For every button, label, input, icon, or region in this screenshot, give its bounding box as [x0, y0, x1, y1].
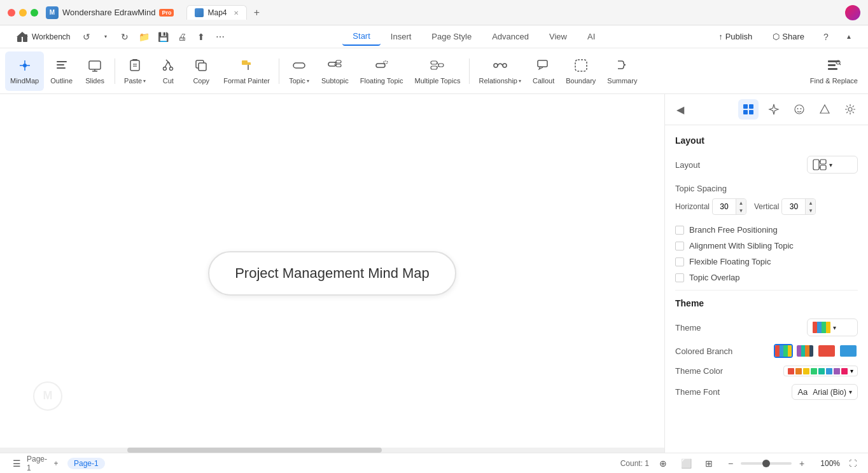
undo-button[interactable]: ↺: [78, 28, 95, 46]
publish-button[interactable]: ↑ Publish: [711, 29, 760, 44]
panel-tab-layout[interactable]: [738, 99, 759, 120]
zoom-controls: − +: [723, 456, 809, 471]
view-mode-button-1[interactable]: ⬜: [677, 455, 695, 472]
subtopic-tool[interactable]: Subtopic: [316, 51, 354, 91]
zoom-in-button[interactable]: +: [794, 456, 809, 471]
menu-right: ↑ Publish ⬡ Share ? ▲: [711, 28, 858, 46]
callout-tool[interactable]: Callout: [528, 51, 559, 91]
svg-rect-59: [813, 160, 819, 170]
horizontal-value: 30: [713, 200, 736, 213]
topic-tool[interactable]: Topic ▾: [283, 51, 315, 91]
theme-color-dropdown[interactable]: ▾: [783, 366, 858, 376]
page-tab[interactable]: Page-1: [67, 458, 105, 469]
vertical-input[interactable]: 30 ▲ ▼: [781, 198, 816, 215]
open-file-button[interactable]: 📁: [135, 28, 153, 46]
menu-tab-advanced[interactable]: Advanced: [482, 28, 539, 45]
flexible-floating-row: Flexible Floating Topic: [675, 257, 858, 266]
undo-dropdown[interactable]: ▾: [97, 28, 115, 46]
tab-close-icon[interactable]: ✕: [234, 10, 239, 17]
slides-tool[interactable]: Slides: [79, 51, 111, 91]
vertical-label: Vertical: [754, 202, 779, 211]
mindmap-tool[interactable]: MindMap: [5, 51, 44, 91]
boundary-tool[interactable]: Boundary: [561, 51, 601, 91]
topic-overlap-row: Topic Overlap: [675, 273, 858, 282]
zoom-out-button[interactable]: −: [723, 456, 738, 471]
horizontal-input[interactable]: 30 ▲ ▼: [712, 198, 746, 215]
multiple-topics-tool[interactable]: Multiple Topics: [409, 51, 465, 91]
more-button[interactable]: ⋯: [211, 28, 229, 46]
main-node[interactable]: Project Management Mind Map: [208, 251, 456, 296]
minimize-button[interactable]: [19, 9, 27, 17]
svg-point-39: [494, 64, 498, 67]
new-tab-button[interactable]: +: [249, 5, 265, 20]
outline-tool[interactable]: Outline: [45, 51, 78, 91]
copy-tool[interactable]: Copy: [185, 51, 217, 91]
workbench-label: Workbench: [32, 32, 70, 41]
toggle-sidebar-button[interactable]: ☰: [8, 455, 25, 472]
alignment-checkbox[interactable]: [675, 242, 684, 250]
theme-font-dropdown[interactable]: Aa Arial (Bio) ▾: [792, 384, 858, 400]
topic-icon: [290, 57, 308, 74]
panel-tab-settings[interactable]: [840, 99, 860, 120]
view-mode-button-2[interactable]: ⊞: [700, 455, 718, 472]
map-tab[interactable]: Map4 ✕: [186, 5, 246, 20]
vertical-down-arrow[interactable]: ▼: [805, 207, 815, 214]
horizontal-down-arrow[interactable]: ▼: [736, 207, 746, 214]
share-button[interactable]: ⬡ Share: [765, 29, 812, 44]
menu-tab-ai[interactable]: AI: [577, 28, 605, 45]
svg-rect-27: [328, 62, 336, 66]
format-painter-tool[interactable]: Format Painter: [218, 51, 275, 91]
panel-tab-sparkle[interactable]: [764, 99, 784, 120]
zoom-slider[interactable]: [741, 462, 792, 465]
zoom-thumb: [762, 460, 770, 467]
color-dots: [788, 368, 848, 374]
help-button[interactable]: ?: [817, 28, 835, 46]
summary-tool[interactable]: Summary: [602, 51, 642, 91]
flexible-floating-checkbox[interactable]: [675, 257, 684, 266]
topic-label: Topic: [289, 77, 305, 85]
scrollbar-thumb[interactable]: [127, 448, 382, 453]
add-page-button[interactable]: +: [48, 456, 64, 471]
close-button[interactable]: [8, 9, 15, 17]
paste-tool[interactable]: Paste ▾: [119, 51, 151, 91]
user-avatar[interactable]: [845, 5, 860, 20]
panel-collapse-button[interactable]: ◀: [673, 102, 688, 117]
watermark: M: [32, 380, 64, 415]
menu-tab-start[interactable]: Start: [342, 27, 380, 46]
branch-opt-1[interactable]: [774, 344, 793, 358]
paste-icon: [126, 57, 144, 74]
canvas[interactable]: Project Management Mind Map M: [0, 94, 664, 453]
layout-dropdown[interactable]: ▾: [807, 156, 858, 174]
workbench-button[interactable]: Workbench: [10, 27, 75, 46]
branch-opt-3[interactable]: [817, 344, 836, 358]
menu-tab-page-style[interactable]: Page Style: [421, 28, 482, 45]
vertical-up-arrow[interactable]: ▲: [805, 199, 815, 207]
fit-page-button[interactable]: ⊕: [654, 455, 672, 472]
mindmap-label: MindMap: [10, 77, 39, 85]
svg-rect-35: [431, 66, 437, 69]
branch-free-checkbox[interactable]: [675, 226, 684, 235]
topic-overlap-checkbox[interactable]: [675, 273, 684, 282]
relationship-tool[interactable]: Relationship ▾: [473, 51, 526, 91]
collapse-ribbon-button[interactable]: ▲: [840, 28, 858, 46]
branch-opt-4[interactable]: [839, 344, 858, 358]
app-logo: M: [46, 6, 59, 19]
maximize-button[interactable]: [31, 9, 38, 17]
panel-tab-emoji[interactable]: [789, 99, 809, 120]
cut-tool[interactable]: Cut: [152, 51, 184, 91]
theme-dropdown[interactable]: ▾: [807, 319, 858, 336]
menu-tab-insert[interactable]: Insert: [381, 28, 422, 45]
redo-button[interactable]: ↻: [116, 28, 134, 46]
branch-free-row: Branch Free Positioning: [675, 225, 858, 235]
export-button[interactable]: ⬆: [192, 28, 210, 46]
fullscreen-button[interactable]: ⛶: [845, 456, 860, 471]
panel-tab-shape[interactable]: [815, 99, 835, 120]
save-button[interactable]: 💾: [154, 28, 172, 46]
branch-opt-2[interactable]: [795, 344, 815, 358]
horizontal-scrollbar[interactable]: [0, 448, 664, 453]
horizontal-up-arrow[interactable]: ▲: [736, 199, 746, 207]
print-button[interactable]: 🖨: [173, 28, 191, 46]
floating-topic-tool[interactable]: Floating Topic: [355, 51, 409, 91]
menu-tab-view[interactable]: View: [539, 28, 577, 45]
find-replace-tool[interactable]: Find & Replace: [805, 51, 863, 91]
